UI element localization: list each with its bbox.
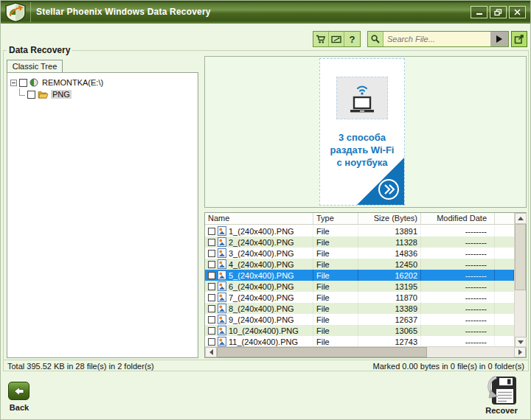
scroll-right-button[interactable] [514, 347, 526, 357]
collapse-icon[interactable] [10, 80, 17, 86]
row-size: 12637 [395, 315, 417, 324]
app-window: Stellar Phoenix Windows Data Recovery ? [0, 0, 531, 420]
table-row[interactable]: 3_(240x400).PNG File 14836 -------- [205, 248, 514, 259]
table-body: 1_(240x400).PNG File 13891 -------- 2_(2… [205, 225, 514, 348]
row-checkbox[interactable] [208, 250, 215, 257]
row-name: 11_(240x400).PNG [229, 337, 298, 346]
row-checkbox[interactable] [208, 316, 215, 323]
image-file-icon [218, 315, 226, 324]
table-row[interactable]: 4_(240x400).PNG File 12450 -------- [205, 259, 514, 270]
close-button[interactable] [509, 6, 526, 18]
row-size: 13195 [395, 282, 417, 291]
search-group [367, 31, 509, 47]
row-size: 16202 [395, 271, 417, 280]
row-type: File [316, 249, 330, 258]
row-modified: -------- [465, 271, 487, 280]
table-row[interactable]: 11_(240x400).PNG File 12743 -------- [205, 336, 514, 347]
search-go-button[interactable] [490, 32, 508, 46]
minimize-button[interactable] [471, 6, 487, 18]
banner-image-box [336, 77, 388, 119]
table-row[interactable]: 9_(240x400).PNG File 12637 -------- [205, 314, 514, 325]
row-size: 13389 [395, 304, 417, 313]
vertical-scrollbar[interactable] [514, 213, 526, 348]
search-input[interactable] [384, 32, 490, 46]
header-name[interactable]: Name [205, 213, 313, 224]
row-size: 13891 [395, 227, 417, 236]
drive-checkbox[interactable] [19, 79, 27, 87]
tree-item-png[interactable]: PNG [10, 88, 195, 100]
upgrade-button[interactable] [511, 31, 527, 47]
back-arrow-icon [13, 386, 25, 396]
image-file-icon [218, 237, 226, 247]
row-modified: -------- [465, 304, 487, 313]
ad-banner[interactable]: 3 способа раздать Wi-Fi с ноутбука [319, 58, 405, 206]
tree-item-drive[interactable]: REMONTKA(E:\) [10, 77, 195, 88]
row-type: File [316, 315, 330, 324]
vertical-scroll-thumb[interactable] [515, 224, 526, 290]
row-checkbox[interactable] [208, 305, 215, 312]
table-row[interactable]: 5_(240x400).PNG File 16202 -------- [205, 270, 514, 281]
row-size: 14836 [395, 249, 417, 258]
buy-online-button[interactable] [313, 32, 329, 46]
row-checkbox[interactable] [208, 294, 215, 301]
help-button[interactable]: ? [344, 32, 360, 46]
row-checkbox[interactable] [208, 283, 215, 290]
header-type[interactable]: Type [313, 213, 358, 224]
row-checkbox[interactable] [208, 272, 215, 279]
groupbox-title: Data Recovery [7, 45, 72, 55]
search-button[interactable] [368, 32, 384, 46]
play-icon [496, 35, 502, 43]
folder-checkbox[interactable] [27, 91, 35, 99]
tree-item-label: REMONTKA(E:\) [41, 78, 105, 87]
table-row[interactable]: 10_(240x400).PNG File 13065 -------- [205, 325, 514, 336]
table-row[interactable]: 6_(240x400).PNG File 13195 -------- [205, 281, 514, 292]
row-checkbox[interactable] [208, 261, 215, 268]
row-size: 11870 [395, 293, 417, 302]
horizontal-scrollbar[interactable] [205, 346, 526, 357]
row-size: 12450 [395, 260, 417, 269]
row-name: 1_(240x400).PNG [229, 227, 294, 236]
register-button[interactable] [329, 32, 344, 46]
row-type: File [316, 337, 330, 346]
tab-classic-tree[interactable]: Classic Tree [7, 60, 63, 73]
banner-more-icon[interactable] [355, 155, 405, 206]
image-file-icon [218, 304, 226, 313]
cart-icon [316, 34, 326, 44]
table-row[interactable]: 2_(240x400).PNG File 11328 -------- [205, 237, 514, 248]
horizontal-scroll-thumb[interactable] [217, 347, 427, 357]
scroll-left-button[interactable] [205, 347, 217, 357]
row-type: File [316, 293, 330, 302]
table-row[interactable]: 8_(240x400).PNG File 13389 -------- [205, 303, 514, 314]
row-type: File [316, 282, 330, 291]
image-file-icon [218, 259, 226, 269]
row-checkbox[interactable] [208, 327, 215, 335]
status-marked: Marked 0.00 bytes in 0 file(s) in 0 fold… [373, 362, 524, 371]
status-total: Total 395.52 KB in 28 file(s) in 2 folde… [7, 362, 154, 371]
arrow-right-icon [518, 349, 522, 355]
table-row[interactable]: 7_(240x400).PNG File 11870 -------- [205, 292, 514, 303]
header-size[interactable]: Size (Bytes) [358, 213, 421, 224]
help-icon: ? [350, 34, 355, 45]
table-row[interactable]: 1_(240x400).PNG File 13891 -------- [205, 225, 514, 237]
arrow-up-icon [518, 217, 524, 220]
row-modified: -------- [465, 326, 487, 335]
row-name: 10_(240x400).PNG [229, 326, 299, 335]
row-type: File [316, 238, 330, 247]
recover-button[interactable] [486, 376, 517, 405]
header-modified[interactable]: Modified Date [421, 213, 495, 224]
row-checkbox[interactable] [208, 338, 215, 346]
back-button[interactable] [8, 382, 30, 400]
row-name: 4_(240x400).PNG [229, 260, 294, 269]
row-modified: -------- [465, 260, 487, 269]
row-checkbox[interactable] [208, 228, 215, 235]
row-modified: -------- [465, 337, 487, 346]
row-checkbox[interactable] [208, 239, 215, 246]
title-bar: Stellar Phoenix Windows Data Recovery [1, 1, 530, 24]
image-file-icon [218, 281, 226, 291]
row-type: File [316, 227, 330, 236]
restore-button[interactable] [490, 6, 507, 18]
scroll-up-button[interactable] [515, 213, 527, 224]
image-file-icon [218, 248, 226, 258]
row-modified: -------- [465, 227, 487, 236]
floppy-save-icon [486, 376, 517, 405]
